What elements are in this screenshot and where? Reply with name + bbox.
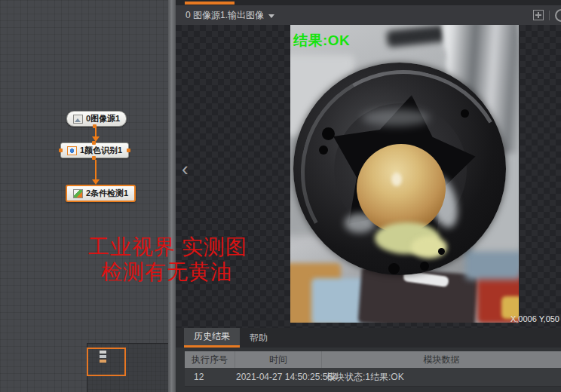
photo-grease-ball xyxy=(357,144,446,233)
photo-rim-hole xyxy=(388,263,400,274)
flow-minimap[interactable] xyxy=(87,343,169,392)
image-panel: 0 图像源1.输出图像 xyxy=(176,0,561,392)
col-header-run-index: 执行序号 xyxy=(185,351,235,368)
flow-arrow-line xyxy=(95,160,97,179)
col-header-time: 时间 xyxy=(235,351,321,368)
condition-check-icon xyxy=(73,189,83,198)
panel-top-strip xyxy=(176,0,561,5)
photo-texture xyxy=(386,25,446,47)
cell-time: 2021-04-27 14:50:25:554 xyxy=(235,368,320,386)
minimap-viewport[interactable] xyxy=(87,348,126,376)
photo-rim-hole xyxy=(319,145,328,155)
tab-help[interactable]: 帮助 xyxy=(240,328,277,348)
viewer-titlebar: 0 图像源1.输出图像 xyxy=(176,5,561,25)
table-row[interactable]: 12 2021-04-27 14:50:25:554 模块状态:1结果:OK xyxy=(185,368,561,387)
photo-rim-hole xyxy=(461,109,469,118)
connector-pin[interactable] xyxy=(59,149,63,152)
flow-canvas[interactable]: 0图像源1 1颜色识别1 2条件检测1 xyxy=(0,0,168,392)
cell-run-index: 12 xyxy=(185,368,235,386)
flow-arrow-head-icon xyxy=(92,179,100,185)
minimap-node-thumb xyxy=(100,355,106,358)
viewer-toolbar xyxy=(533,5,561,25)
panel-splitter[interactable] xyxy=(168,0,176,392)
zoom-icon[interactable] xyxy=(555,9,561,22)
flow-node-label: 2条件检测1 xyxy=(86,188,128,199)
connector-pin[interactable] xyxy=(92,141,96,145)
minimap-node-thumb xyxy=(100,351,106,354)
photo-rim-hole xyxy=(438,248,445,255)
history-table-header: 执行序号 时间 模块数据 xyxy=(185,351,561,368)
connector-pin[interactable] xyxy=(127,149,130,152)
flow-node-color-recognition[interactable]: 1颜色识别1 xyxy=(60,142,129,158)
app-window: 0图像源1 1颜色识别1 2条件检测1 xyxy=(0,0,561,392)
results-panel: 历史结果 帮助 执行序号 时间 模块数据 12 2021-04-27 14:50… xyxy=(176,328,561,392)
image-source-icon xyxy=(73,115,83,124)
cell-module-data: 模块状态:1结果:OK xyxy=(320,368,561,386)
image-source-select[interactable]: 0 图像源1.输出图像 xyxy=(176,9,274,22)
photo-texture xyxy=(362,109,430,126)
active-view-indicator xyxy=(185,2,235,5)
photo-rim-hole xyxy=(322,127,335,140)
viewer-title: 0 图像源1.输出图像 xyxy=(185,9,264,22)
dropdown-caret-icon xyxy=(268,14,274,18)
result-overlay-text: 结果:OK xyxy=(293,31,350,51)
fit-view-icon[interactable] xyxy=(533,10,544,20)
flow-node-condition-check[interactable]: 2条件检测1 xyxy=(66,185,136,202)
history-table: 执行序号 时间 模块数据 12 2021-04-27 14:50:25:554 … xyxy=(185,351,561,387)
flow-node-label: 0图像源1 xyxy=(86,113,120,124)
photo-texture xyxy=(465,248,519,280)
image-viewer[interactable]: 结果:OK ‹ X,0006 Y,050 xyxy=(176,25,561,328)
flow-node-image-source[interactable]: 0图像源1 xyxy=(66,111,127,127)
flow-arrow-line xyxy=(95,127,97,136)
color-recognition-icon xyxy=(67,146,77,155)
tab-history-results[interactable]: 历史结果 xyxy=(184,328,240,348)
col-header-module-data: 模块数据 xyxy=(321,351,561,368)
photo-texture xyxy=(391,173,402,186)
toolbar-divider xyxy=(549,11,550,20)
inspection-photo: 结果:OK xyxy=(290,25,519,323)
flow-node-label: 1颜色识别1 xyxy=(80,145,122,156)
prev-image-chevron[interactable]: ‹ xyxy=(182,159,189,179)
minimap-node-thumb xyxy=(100,360,106,363)
photo-rim-hole xyxy=(420,262,429,271)
results-tabbar: 历史结果 帮助 xyxy=(176,328,561,348)
cursor-coords-readout: X,0006 Y,050 xyxy=(510,314,559,323)
photo-grease-spill xyxy=(411,236,447,259)
